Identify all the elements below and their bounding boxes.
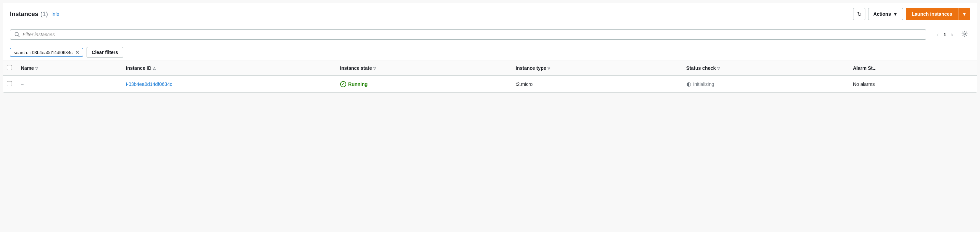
svg-point-2 — [964, 33, 966, 35]
actions-button[interactable]: Actions ▼ — [868, 8, 903, 20]
col-name[interactable]: Name ▽ — [15, 61, 121, 76]
launch-caret-icon: ▼ — [962, 12, 967, 17]
actions-label: Actions — [873, 11, 891, 17]
col-instance-state-sort-icon: ▽ — [373, 67, 376, 70]
table-header-row: Name ▽ Instance ID △ Instance state — [3, 61, 977, 76]
select-all-cell — [3, 61, 15, 76]
col-instance-id-sort-icon: △ — [153, 67, 156, 70]
filter-tag-close-button[interactable]: ✕ — [75, 49, 80, 55]
refresh-button[interactable]: ↻ — [853, 8, 865, 20]
row-instance-type: t2.micro — [510, 76, 681, 92]
search-filter-tag: search: i-03b4ea0d14df0634c ✕ — [10, 48, 83, 57]
row-checkbox[interactable] — [7, 81, 12, 86]
launch-group: Launch instances ▼ — [906, 8, 970, 20]
instances-table: Name ▽ Instance ID △ Instance state — [3, 61, 977, 92]
filter-tag-text: search: i-03b4ea0d14df0634c — [14, 50, 73, 55]
col-name-label: Name — [21, 65, 34, 71]
search-bar — [10, 29, 926, 40]
row-alarm-status: No alarms — [848, 76, 977, 92]
status-clock-icon: ◐ — [686, 81, 691, 87]
state-running-icon: ✓ — [340, 81, 346, 87]
svg-line-1 — [18, 35, 19, 37]
launch-instances-button[interactable]: Launch instances — [906, 8, 958, 20]
refresh-icon: ↻ — [857, 11, 862, 17]
col-alarm-status[interactable]: Alarm St... — [848, 61, 977, 76]
launch-instances-caret-button[interactable]: ▼ — [958, 8, 970, 20]
settings-button[interactable] — [959, 30, 970, 40]
search-row: ‹ 1 › — [3, 25, 977, 44]
status-check-label: Initializing — [693, 81, 714, 87]
col-instance-type-sort-icon: ▽ — [547, 67, 550, 70]
row-instance-id: i-03b4ea0d14df0634c — [121, 76, 335, 92]
pagination-area: ‹ 1 › — [934, 30, 955, 39]
col-instance-id[interactable]: Instance ID △ — [121, 61, 335, 76]
status-check-wrap: ◐ Initializing — [686, 81, 842, 87]
row-name: – — [15, 76, 121, 92]
next-page-button[interactable]: › — [949, 30, 955, 39]
panel-title: Instances (1) — [10, 11, 48, 18]
prev-page-button[interactable]: ‹ — [934, 30, 941, 39]
col-alarm-status-label: Alarm St... — [853, 65, 877, 71]
filter-row: search: i-03b4ea0d14df0634c ✕ Clear filt… — [3, 44, 977, 61]
search-input[interactable] — [22, 32, 922, 37]
col-status-check-label: Status check — [686, 65, 716, 71]
col-status-check-sort-icon: ▽ — [717, 67, 720, 70]
search-icon — [14, 32, 20, 37]
state-running-badge: ✓ Running — [340, 81, 505, 87]
title-text: Instances — [10, 11, 38, 18]
col-instance-id-label: Instance ID — [126, 65, 151, 71]
col-instance-state[interactable]: Instance state ▽ — [335, 61, 510, 76]
col-name-sort-icon: ▽ — [35, 67, 38, 70]
info-link[interactable]: Info — [51, 11, 59, 17]
header-actions: ↻ Actions ▼ Launch instances ▼ — [853, 8, 970, 20]
actions-caret-icon: ▼ — [893, 11, 898, 17]
instances-panel: Instances (1) Info ↻ Actions ▼ Launch in… — [3, 3, 977, 93]
table-area: Name ▽ Instance ID △ Instance state — [3, 61, 977, 92]
clear-filters-button[interactable]: Clear filters — [87, 47, 123, 58]
state-running-label: Running — [348, 81, 368, 87]
instance-count: (1) — [40, 11, 48, 18]
instance-id-link[interactable]: i-03b4ea0d14df0634c — [126, 81, 172, 87]
col-status-check[interactable]: Status check ▽ — [681, 61, 848, 76]
select-all-checkbox[interactable] — [7, 65, 12, 70]
header-row: Instances (1) Info ↻ Actions ▼ Launch in… — [3, 3, 977, 25]
table-row: – i-03b4ea0d14df0634c ✓ Running t2.micro… — [3, 76, 977, 92]
col-instance-type-label: Instance type — [515, 65, 546, 71]
settings-icon — [961, 30, 968, 39]
row-instance-state: ✓ Running — [335, 76, 510, 92]
col-instance-state-label: Instance state — [340, 65, 372, 71]
row-status-check: ◐ Initializing — [681, 76, 848, 92]
row-checkbox-cell — [3, 76, 15, 92]
col-instance-type[interactable]: Instance type ▽ — [510, 61, 681, 76]
page-number: 1 — [942, 32, 948, 37]
